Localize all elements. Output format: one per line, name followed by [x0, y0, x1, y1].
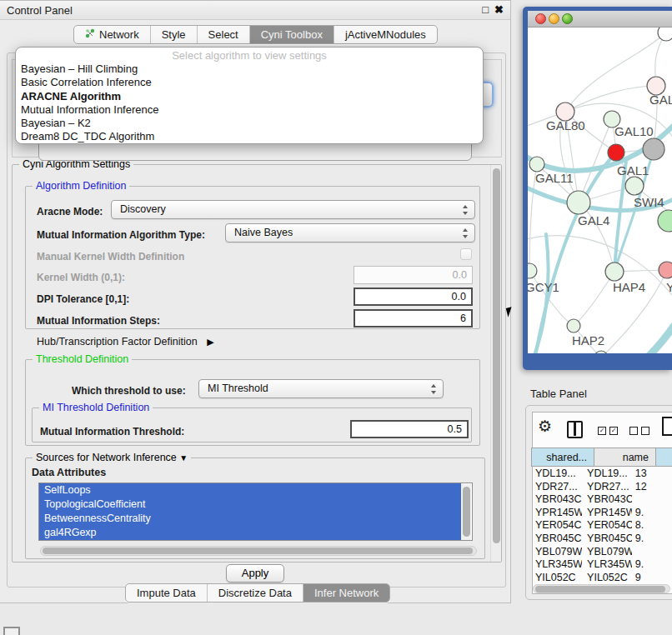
attribute-item-selected[interactable]: gal4RGexp [39, 526, 461, 540]
mi-algorithm-type-value: Naive Bayes [234, 227, 293, 238]
network-node-gcy1[interactable] [528, 263, 537, 278]
network-node-gal4[interactable] [567, 191, 590, 214]
network-node[interactable] [643, 138, 664, 160]
kernel-width-label: Kernel Width (0,1): [37, 272, 125, 283]
float-panel-icon[interactable]: □ [482, 3, 489, 16]
network-node-hap4[interactable] [605, 262, 624, 281]
tab-style[interactable]: Style [150, 26, 197, 43]
collapse-down-icon: ▼ [179, 453, 188, 462]
settings-scrollbar[interactable] [490, 165, 501, 562]
network-node[interactable] [594, 351, 608, 353]
window-zoom-button[interactable] [562, 13, 573, 24]
network-node-label: GAL [649, 92, 672, 107]
table-cell: YBR045C [532, 532, 582, 546]
algorithm-option[interactable]: Bayesian – Hill Climbing [16, 62, 483, 76]
network-node[interactable] [658, 28, 672, 41]
table-cell: 8. [632, 519, 672, 532]
algorithm-option[interactable]: Mutual Information Inference [16, 103, 483, 117]
tab-network[interactable]: Network [74, 26, 150, 43]
table-row[interactable]: YER054CYER054C8. [532, 519, 672, 532]
deselect-all-columns-icon[interactable] [629, 427, 649, 435]
network-canvas[interactable]: GALGAL80GAL10GAL1GAL11GAL4SWI4GCY1HAP4YH… [528, 28, 672, 353]
network-node-gal11[interactable] [529, 157, 544, 172]
column-header-clipped[interactable] [656, 448, 672, 467]
aracne-mode-combobox[interactable]: Discovery [111, 200, 475, 219]
attributes-scrollbar-thumb[interactable] [463, 487, 470, 537]
table-cell: YBR043C [582, 493, 632, 507]
attribute-item-selected[interactable]: SelfLoops [39, 483, 461, 498]
algorithm-option[interactable]: ARACNE Algorithm [16, 90, 483, 103]
stepper-icon [462, 204, 469, 216]
attribute-item-selected[interactable]: TopologicalCoefficient [39, 498, 461, 512]
new-table-icon[interactable] [662, 417, 672, 436]
table-cell: YDL19... [582, 468, 632, 481]
table-horizontal-scrollbar[interactable] [533, 584, 670, 593]
mi-threshold-label: Mutual Information Threshold: [40, 426, 184, 438]
which-threshold-combobox[interactable]: MI Threshold [198, 379, 444, 398]
hub-definition-toggle[interactable]: Hub/Transcription Factor Definition ▶ [37, 336, 214, 348]
table-row[interactable]: YDL19...YDL19...13 [532, 468, 672, 481]
table-row[interactable]: YLR345WYLR345W9. [532, 558, 672, 572]
bottom-tab-discretize-data[interactable]: Discretize Data [207, 584, 303, 602]
tab-jactivemnodules[interactable]: jActiveMNodules [333, 26, 437, 43]
network-canvas-svg[interactable]: GALGAL80GAL10GAL1GAL11GAL4SWI4GCY1HAP4YH… [528, 28, 672, 353]
docked-panel-icon[interactable] [3, 627, 20, 635]
gear-icon[interactable]: ⚙ [538, 418, 552, 436]
table-cell: YDR27... [532, 481, 582, 494]
network-node-swi4[interactable] [658, 210, 672, 232]
sources-group-title[interactable]: Sources for Network Inference ▼ [33, 452, 191, 463]
tab-cyni-toolbox[interactable]: Cyni Toolbox [249, 26, 333, 43]
bottom-tab-infer-network[interactable]: Infer Network [303, 584, 389, 602]
mouse-cursor [506, 307, 514, 317]
dpi-tolerance-field[interactable]: 0.0 [354, 288, 473, 306]
algorithm-option[interactable]: Basic Correlation Inference [16, 76, 483, 89]
table-row[interactable]: YBL079WYBL079W [532, 546, 672, 559]
network-edge[interactable] [574, 272, 614, 326]
table-row[interactable]: YIL052CYIL052C9 [532, 572, 672, 583]
network-node-label: HAP4 [613, 280, 645, 294]
manual-kernel-width-checkbox[interactable] [460, 248, 472, 260]
sources-horizontal-thumb[interactable] [43, 548, 473, 554]
sources-horizontal-scrollbar[interactable] [40, 546, 477, 556]
network-node-label: GAL11 [535, 171, 574, 185]
table-row[interactable]: YBR043CYBR043C [532, 493, 672, 507]
attribute-item-selected[interactable]: BetweennessCentrality [39, 512, 461, 526]
select-all-columns-icon[interactable]: ✓ ✓ [598, 427, 618, 435]
stepper-icon [430, 383, 438, 395]
table-horizontal-thumb[interactable] [535, 586, 665, 592]
tab-select[interactable]: Select [197, 26, 249, 43]
close-panel-icon[interactable]: ✖ [494, 3, 504, 16]
network-edge[interactable] [529, 271, 574, 326]
table-row[interactable]: YPR145WYPR145W9. [532, 507, 672, 520]
network-edge[interactable] [565, 86, 656, 112]
which-threshold-value: MI Threshold [208, 382, 268, 394]
apply-button[interactable]: Apply [226, 564, 284, 582]
column-browser-icon[interactable] [567, 421, 583, 438]
window-close-button[interactable] [535, 13, 546, 24]
network-node-gal1[interactable] [625, 177, 644, 195]
settings-scrollbar-thumb[interactable] [493, 168, 500, 543]
algorithm-dropdown-placeholder: Select algorithm to view settings [16, 49, 483, 62]
algorithm-option[interactable]: Bayesian – K2 [16, 117, 483, 130]
mi-threshold-field[interactable]: 0.5 [350, 420, 469, 438]
network-node-hap2[interactable] [567, 319, 580, 332]
column-header-shared[interactable]: shared... [531, 448, 594, 467]
table-row[interactable]: YBR045CYBR045C9. [532, 532, 672, 546]
network-node[interactable] [608, 144, 624, 161]
algorithm-list: Bayesian – Hill ClimbingBasic Correlatio… [16, 62, 483, 144]
data-attributes-list[interactable]: SelfLoopsTopologicalCoefficientBetweenne… [38, 482, 473, 541]
window-minimize-button[interactable] [549, 13, 559, 24]
column-header-name[interactable]: name [594, 448, 656, 467]
unchecked-box-icon [629, 427, 638, 435]
algorithm-option[interactable]: Dream8 DC_TDC Algorithm [16, 130, 483, 143]
mi-algorithm-type-combobox[interactable]: Naive Bayes [225, 223, 475, 242]
table-row[interactable]: YDR27...YDR27...12 [532, 481, 672, 494]
network-node-y[interactable] [659, 262, 672, 278]
network-edge[interactable] [640, 312, 672, 353]
bottom-tab-impute-data[interactable]: Impute Data [126, 584, 207, 602]
mi-steps-field[interactable]: 6 [354, 309, 473, 328]
hub-definition-label: Hub/Transcription Factor Definition [37, 336, 198, 348]
tab-label: Network [99, 26, 139, 43]
attributes-scrollbar[interactable] [461, 484, 471, 541]
kernel-width-field[interactable]: 0.0 [354, 266, 473, 284]
